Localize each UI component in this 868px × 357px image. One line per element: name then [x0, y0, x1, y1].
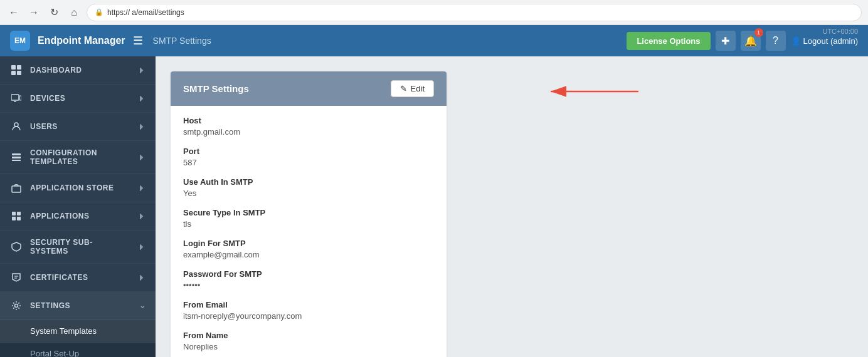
smtp-field: Secure Type In SMTP tls	[183, 208, 434, 229]
page-content: SMTP Settings ✎ Edit Host smtp.gmail.com…	[156, 56, 868, 357]
sidebar-item-devices[interactable]: DEVICES ⏵	[0, 85, 156, 113]
sidebar-label-security: SECURITY SUB-SYSTEMS	[30, 238, 130, 256]
smtp-card: SMTP Settings ✎ Edit Host smtp.gmail.com…	[171, 71, 447, 357]
sidebar-label-users: USERS	[30, 122, 58, 131]
sidebar-item-dashboard[interactable]: DASHBOARD ⏵	[0, 56, 156, 85]
smtp-field: Login For SMTP example@gmail.com	[183, 239, 434, 259]
svg-point-7	[14, 123, 18, 127]
smtp-field-value: smtp.gmail.com	[183, 127, 434, 137]
smtp-field-label: Host	[183, 116, 434, 125]
grid-icon	[10, 64, 23, 76]
nav-page-title: SMTP Settings	[153, 36, 620, 46]
sidebar-subitem-system-templates[interactable]: System Templates	[0, 320, 156, 343]
chevron-icon: ⏵	[138, 184, 146, 192]
smtp-field-value: Yes	[183, 189, 434, 198]
chevron-down-icon: ⌄	[139, 301, 146, 310]
svg-rect-9	[12, 157, 21, 158]
utc-time: UTC+00:00	[812, 25, 868, 38]
help-button[interactable]: ?	[766, 31, 786, 51]
sidebar-item-applications[interactable]: APPLICATIONS ⏵	[0, 202, 156, 230]
chevron-icon: ⏵	[138, 242, 146, 251]
sidebar-item-config-templates[interactable]: CONFIGURATION TEMPLATES ⏵	[0, 141, 156, 174]
sidebar-label-dashboard: DASHBOARD	[30, 66, 82, 75]
user-icon: 👤	[791, 36, 801, 46]
edit-button[interactable]: ✎ Edit	[391, 80, 434, 97]
smtp-card-header: SMTP Settings ✎ Edit	[171, 71, 447, 106]
sidebar-item-app-store[interactable]: APPLICATION STORE ⏵	[0, 174, 156, 202]
svg-rect-10	[12, 160, 21, 161]
home-button[interactable]: ⌂	[66, 5, 82, 20]
sidebar-item-users[interactable]: USERS ⏵	[0, 113, 156, 141]
sidebar-label-settings: SETTINGS	[30, 301, 70, 310]
address-bar[interactable]: 🔒 https:// a/email/settings	[87, 4, 862, 21]
notifications-button[interactable]: 🔔 1	[741, 31, 761, 51]
svg-rect-11	[12, 186, 21, 192]
main-area: DASHBOARD ⏵ DEVICES ⏵ USERS ⏵	[0, 56, 868, 357]
svg-rect-12	[12, 212, 16, 215]
lock-icon: 🔒	[95, 8, 103, 16]
chevron-icon: ⏵	[138, 66, 146, 75]
sidebar-label-certificates: CERTIFICATES	[30, 273, 88, 282]
license-options-button[interactable]: License Options	[627, 32, 710, 50]
smtp-field: Password For SMTP ••••••	[183, 269, 434, 290]
hamburger-icon[interactable]: ☰	[133, 34, 143, 48]
svg-rect-5	[19, 96, 21, 100]
smtp-field-value: tls	[183, 219, 434, 229]
sidebar-item-security[interactable]: SECURITY SUB-SYSTEMS ⏵	[0, 230, 156, 264]
svg-rect-3	[17, 71, 21, 75]
config-icon	[10, 151, 23, 163]
edit-pencil-icon: ✎	[400, 84, 407, 93]
smtp-field-value: Noreplies	[183, 342, 434, 351]
reload-button[interactable]: ↻	[46, 5, 61, 20]
smtp-field: From Name Noreplies	[183, 331, 434, 351]
users-icon	[10, 120, 23, 133]
svg-rect-0	[11, 65, 16, 70]
smtp-card-title: SMTP Settings	[183, 83, 249, 94]
smtp-field: From Email itsm-noreply@yourcompany.com	[183, 300, 434, 321]
shield-icon	[10, 241, 23, 253]
sidebar-item-settings[interactable]: SETTINGS ⌄	[0, 292, 156, 320]
notif-badge: 1	[754, 28, 763, 37]
url-text: https:// a/email/settings	[107, 8, 184, 17]
gear-icon	[10, 299, 23, 312]
chevron-icon: ⏵	[138, 153, 146, 162]
smtp-card-body: Host smtp.gmail.com Port 587 Use Auth In…	[171, 106, 447, 357]
chevron-icon: ⏵	[138, 273, 146, 282]
smtp-field-label: Login For SMTP	[183, 239, 434, 248]
svg-rect-8	[12, 153, 21, 155]
smtp-field-label: From Email	[183, 300, 434, 309]
logo-badge: EM	[10, 31, 30, 51]
browser-bar: ← → ↻ ⌂ 🔒 https:// a/email/settings	[0, 0, 868, 25]
apps-icon	[10, 210, 23, 222]
smtp-field-label: From Name	[183, 331, 434, 340]
store-icon	[10, 182, 23, 194]
svg-rect-1	[17, 65, 21, 70]
chevron-icon: ⏵	[138, 212, 146, 220]
chevron-icon: ⏵	[138, 94, 146, 103]
svg-rect-15	[17, 217, 21, 220]
smtp-field-label: Password For SMTP	[183, 269, 434, 279]
svg-point-18	[15, 304, 18, 308]
sidebar-item-certificates[interactable]: CERTIFICATES ⏵	[0, 264, 156, 292]
add-icon-button[interactable]: ✚	[716, 31, 736, 51]
svg-rect-4	[11, 95, 19, 100]
sidebar-label-devices: DEVICES	[30, 94, 65, 103]
smtp-field-value: 587	[183, 158, 434, 167]
edit-btn-label: Edit	[411, 84, 425, 93]
back-button[interactable]: ←	[6, 5, 21, 20]
forward-button[interactable]: →	[26, 5, 41, 20]
smtp-field-value: ••••••	[183, 281, 434, 290]
smtp-field-value: example@gmail.com	[183, 250, 434, 259]
chevron-icon: ⏵	[138, 122, 146, 131]
svg-rect-13	[17, 212, 21, 215]
sidebar-sub-settings: System Templates Portal Set-Up Subscript…	[0, 320, 156, 357]
app-wrapper: EM Endpoint Manager ☰ SMTP Settings Lice…	[0, 25, 868, 357]
smtp-field: Port 587	[183, 147, 434, 167]
arrow-svg	[544, 79, 645, 104]
sidebar-label-app-store: APPLICATION STORE	[30, 184, 114, 192]
smtp-field-label: Port	[183, 147, 434, 156]
smtp-field-label: Use Auth In SMTP	[183, 177, 434, 187]
smtp-field: Use Auth In SMTP Yes	[183, 177, 434, 198]
sidebar-subitem-portal-setup[interactable]: Portal Set-Up	[0, 343, 156, 357]
smtp-field-value: itsm-noreply@yourcompany.com	[183, 311, 434, 321]
